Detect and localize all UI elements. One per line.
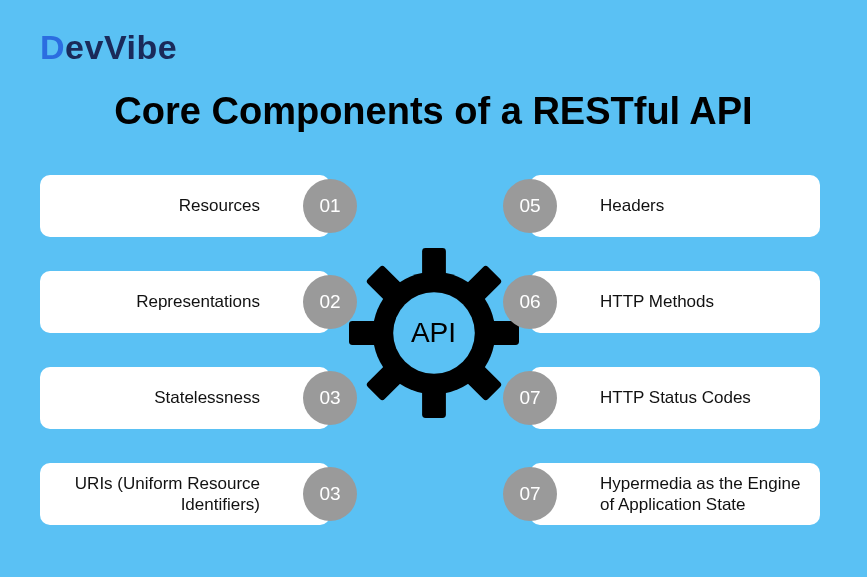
brand-letter-d: D [40, 28, 65, 66]
center-gear: API [349, 248, 519, 418]
component-item: 07 HTTP Status Codes [530, 367, 820, 429]
component-label: HTTP Status Codes [600, 387, 804, 408]
component-label: Statelessness [56, 387, 260, 408]
brand-logo: DevVibe [40, 28, 177, 67]
component-number-badge: 02 [303, 275, 357, 329]
component-item: 07 Hypermedia as the Engine of Applicati… [530, 463, 820, 525]
component-item: Representations 02 [40, 271, 330, 333]
component-item: 05 Headers [530, 175, 820, 237]
right-column: 05 Headers 06 HTTP Methods 07 HTTP Statu… [530, 175, 820, 525]
brand-rest: evVibe [65, 28, 177, 66]
component-number-badge: 07 [503, 467, 557, 521]
component-number-badge: 03 [303, 467, 357, 521]
component-item: Statelessness 03 [40, 367, 330, 429]
left-column: Resources 01 Representations 02 Stateles… [40, 175, 330, 525]
component-label: URIs (Uniform Resource Identifiers) [56, 473, 260, 516]
component-number-badge: 06 [503, 275, 557, 329]
component-number-badge: 05 [503, 179, 557, 233]
component-label: Hypermedia as the Engine of Application … [600, 473, 804, 516]
component-label: Headers [600, 195, 804, 216]
page-title: Core Components of a RESTful API [0, 90, 867, 133]
component-label: Resources [56, 195, 260, 216]
component-item: Resources 01 [40, 175, 330, 237]
gear-label: API [411, 317, 456, 349]
component-item: URIs (Uniform Resource Identifiers) 03 [40, 463, 330, 525]
component-label: Representations [56, 291, 260, 312]
component-number-badge: 03 [303, 371, 357, 425]
component-label: HTTP Methods [600, 291, 804, 312]
component-number-badge: 07 [503, 371, 557, 425]
component-item: 06 HTTP Methods [530, 271, 820, 333]
component-number-badge: 01 [303, 179, 357, 233]
